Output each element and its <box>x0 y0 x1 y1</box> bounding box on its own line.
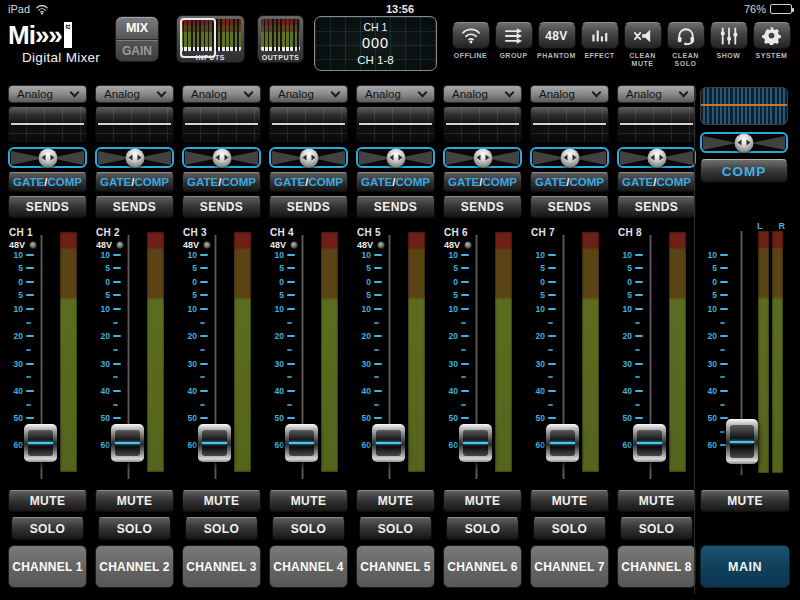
sends-button[interactable]: SENDS <box>182 196 261 218</box>
pan-control[interactable] <box>8 147 87 168</box>
eq-display[interactable] <box>182 106 261 143</box>
channel-select-button[interactable]: CHANNEL 7 <box>530 545 609 588</box>
pan-control[interactable] <box>95 147 174 168</box>
gate-comp-button[interactable]: GATE/COMP <box>95 172 174 192</box>
pan-control[interactable] <box>269 147 348 168</box>
eq-display[interactable] <box>356 106 435 143</box>
fader-knob[interactable] <box>198 424 231 462</box>
solo-button[interactable]: SOLO <box>359 517 432 540</box>
eq-display[interactable] <box>443 106 522 143</box>
pan-control[interactable] <box>356 147 435 168</box>
sends-button[interactable]: SENDS <box>269 196 348 218</box>
main-pan-control[interactable] <box>700 132 788 153</box>
pan-knob[interactable] <box>212 148 231 167</box>
mute-button[interactable]: MUTE <box>269 490 348 512</box>
pan-control[interactable] <box>617 147 696 168</box>
fader-knob[interactable] <box>546 424 579 462</box>
input-source-select[interactable]: Analog <box>182 85 261 103</box>
mute-button[interactable]: MUTE <box>530 490 609 512</box>
show-button[interactable] <box>710 22 748 49</box>
mute-button[interactable]: MUTE <box>182 490 261 512</box>
input-source-select[interactable]: Analog <box>269 85 348 103</box>
channel-select-button[interactable]: CHANNEL 2 <box>95 545 174 588</box>
main-eq-display[interactable] <box>700 87 788 125</box>
mix-gain-toggle[interactable]: MIX GAIN <box>115 16 159 62</box>
channel-select-button[interactable]: CHANNEL 3 <box>182 545 261 588</box>
eq-display[interactable] <box>8 106 87 143</box>
mute-button[interactable]: MUTE <box>617 490 696 512</box>
system-button[interactable] <box>753 22 791 49</box>
fader-knob[interactable] <box>633 424 666 462</box>
solo-button[interactable]: SOLO <box>272 517 345 540</box>
fader-knob[interactable] <box>285 424 318 462</box>
solo-button[interactable]: SOLO <box>620 517 693 540</box>
gate-comp-button[interactable]: GATE/COMP <box>269 172 348 192</box>
eq-display[interactable] <box>269 106 348 143</box>
mute-button[interactable]: MUTE <box>443 490 522 512</box>
pan-knob[interactable] <box>560 148 579 167</box>
sends-button[interactable]: SENDS <box>530 196 609 218</box>
input-source-select[interactable]: Analog <box>356 85 435 103</box>
input-source-select[interactable]: Analog <box>8 85 87 103</box>
clean-mute-button[interactable] <box>624 22 662 49</box>
input-source-select[interactable]: Analog <box>617 85 696 103</box>
pan-knob[interactable] <box>386 148 405 167</box>
solo-button[interactable]: SOLO <box>11 517 84 540</box>
fader-knob[interactable] <box>111 424 144 462</box>
channel-select-button[interactable]: CHANNEL 1 <box>8 545 87 588</box>
eq-display[interactable] <box>617 106 696 143</box>
phantom-button[interactable]: 48V <box>538 22 576 49</box>
channel-select-button[interactable]: CHANNEL 6 <box>443 545 522 588</box>
pan-control[interactable] <box>530 147 609 168</box>
pan-control[interactable] <box>443 147 522 168</box>
mute-button[interactable]: MUTE <box>8 490 87 512</box>
group-button[interactable] <box>495 22 533 49</box>
main-select-button[interactable]: MAIN <box>700 545 790 588</box>
inputs-meter-bank[interactable]: INPUTS <box>176 15 245 63</box>
pan-knob[interactable] <box>473 148 492 167</box>
fader-knob[interactable] <box>24 424 57 462</box>
gate-comp-button[interactable]: GATE/COMP <box>530 172 609 192</box>
gate-comp-button[interactable]: GATE/COMP <box>182 172 261 192</box>
clean-solo-button[interactable] <box>667 22 705 49</box>
fader-knob[interactable] <box>459 424 492 462</box>
input-source-select[interactable]: Analog <box>443 85 522 103</box>
sends-button[interactable]: SENDS <box>356 196 435 218</box>
fader-knob[interactable] <box>372 424 405 462</box>
channel-select-button[interactable]: CHANNEL 4 <box>269 545 348 588</box>
sends-button[interactable]: SENDS <box>617 196 696 218</box>
gate-comp-button[interactable]: GATE/COMP <box>356 172 435 192</box>
main-pan-knob[interactable] <box>735 133 754 152</box>
main-mute-button[interactable]: MUTE <box>700 490 790 512</box>
main-fader-knob[interactable] <box>726 419 758 464</box>
pan-knob[interactable] <box>647 148 666 167</box>
solo-button[interactable]: SOLO <box>98 517 171 540</box>
main-comp-button[interactable]: COMP <box>700 159 788 183</box>
sends-button[interactable]: SENDS <box>443 196 522 218</box>
gate-comp-button[interactable]: GATE/COMP <box>617 172 696 192</box>
sends-button[interactable]: SENDS <box>8 196 87 218</box>
pan-control[interactable] <box>182 147 261 168</box>
mix-option[interactable]: MIX <box>116 17 158 39</box>
pan-knob[interactable] <box>299 148 318 167</box>
mute-button[interactable]: MUTE <box>356 490 435 512</box>
sends-button[interactable]: SENDS <box>95 196 174 218</box>
solo-button[interactable]: SOLO <box>185 517 258 540</box>
mute-button[interactable]: MUTE <box>95 490 174 512</box>
solo-button[interactable]: SOLO <box>533 517 606 540</box>
eq-display[interactable] <box>530 106 609 143</box>
outputs-meter-bank[interactable]: OUTPUTS <box>257 15 304 63</box>
gate-comp-button[interactable]: GATE/COMP <box>443 172 522 192</box>
gain-option[interactable]: GAIN <box>116 40 158 61</box>
pan-knob[interactable] <box>125 148 144 167</box>
pan-knob[interactable] <box>38 148 57 167</box>
input-source-select[interactable]: Analog <box>530 85 609 103</box>
channel-select-button[interactable]: CHANNEL 5 <box>356 545 435 588</box>
solo-button[interactable]: SOLO <box>446 517 519 540</box>
offline-button[interactable] <box>452 22 490 49</box>
input-source-select[interactable]: Analog <box>95 85 174 103</box>
gate-comp-button[interactable]: GATE/COMP <box>8 172 87 192</box>
channel-select-button[interactable]: CHANNEL 8 <box>617 545 696 588</box>
effect-button[interactable] <box>581 22 619 49</box>
eq-display[interactable] <box>95 106 174 143</box>
